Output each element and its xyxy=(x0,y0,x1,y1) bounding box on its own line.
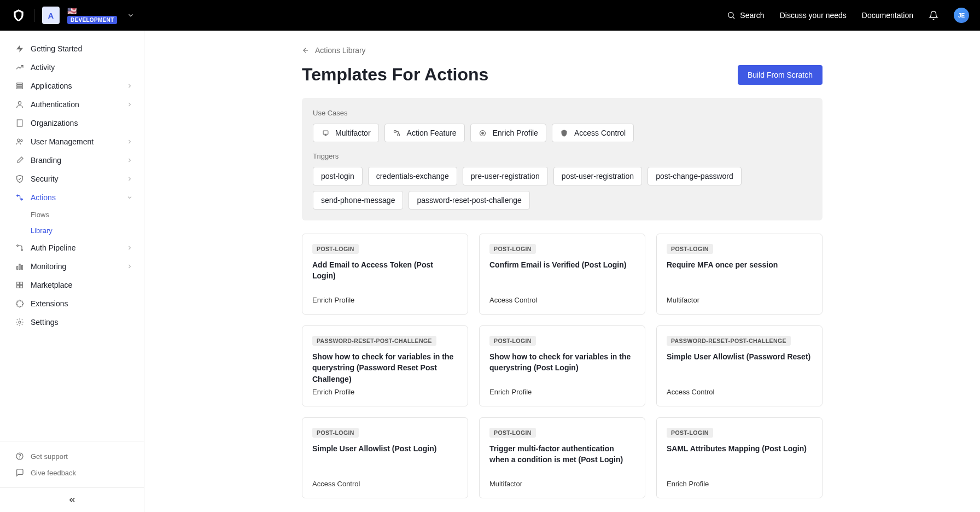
sidebar-item-label: Activity xyxy=(31,63,133,72)
trigger-chip-post-user-registration[interactable]: post-user-registration xyxy=(553,167,642,185)
sidebar-item-auth-pipeline[interactable]: Auth Pipeline xyxy=(0,238,144,257)
svg-rect-21 xyxy=(17,282,20,285)
svg-rect-29 xyxy=(323,131,328,134)
collapse-sidebar-button[interactable] xyxy=(68,496,77,504)
chip-label: password-reset-post-challenge xyxy=(417,196,521,205)
card-usecase: Multifactor xyxy=(667,296,812,304)
shield-check-icon xyxy=(15,174,24,183)
back-link-label: Actions Library xyxy=(315,46,366,55)
user-circle-icon xyxy=(15,100,24,109)
sidebar-item-label: Applications xyxy=(31,82,120,90)
notifications-icon[interactable] xyxy=(929,10,938,20)
build-from-scratch-button[interactable]: Build From Scratch xyxy=(738,65,822,85)
sidebar-item-label: User Management xyxy=(31,137,120,146)
sidebar-subitem-library[interactable]: Library xyxy=(0,223,144,238)
template-card[interactable]: POST-LOGIN Simple User Allowlist (Post L… xyxy=(302,417,468,498)
sidebar-item-organizations[interactable]: Organizations xyxy=(0,114,144,132)
trigger-chip-send-phone-message[interactable]: send-phone-message xyxy=(313,191,403,210)
search-button[interactable]: Search xyxy=(727,11,764,20)
usecase-icon xyxy=(560,129,569,137)
template-card[interactable]: POST-LOGIN Show how to check for variabl… xyxy=(479,325,645,406)
sidebar-item-label: Settings xyxy=(31,318,133,327)
sidebar-item-actions[interactable]: Actions xyxy=(0,188,144,207)
chevron-right-icon xyxy=(126,157,133,164)
template-card[interactable]: POST-LOGIN SAML Attributes Mapping (Post… xyxy=(656,417,822,498)
template-card[interactable]: PASSWORD-RESET-POST-CHALLENGE Show how t… xyxy=(302,325,468,406)
svg-marker-2 xyxy=(16,45,23,52)
svg-point-6 xyxy=(18,102,21,104)
usecase-chip-multifactor[interactable]: Multifactor xyxy=(313,124,379,142)
chip-label: credentials-exchange xyxy=(376,172,449,181)
sidebar-item-security[interactable]: Security xyxy=(0,170,144,188)
card-trigger-badge: POST-LOGIN xyxy=(312,244,359,254)
sidebar-item-branding[interactable]: Branding xyxy=(0,151,144,170)
triggers-label: Triggers xyxy=(313,152,812,160)
sidebar-item-monitoring[interactable]: Monitoring xyxy=(0,257,144,276)
puzzle-icon xyxy=(15,299,24,308)
auth0-logo[interactable] xyxy=(11,8,26,23)
sidebar-item-label: Marketplace xyxy=(31,281,133,289)
tenant-badge[interactable]: A xyxy=(42,7,60,24)
chip-label: Enrich Profile xyxy=(493,129,538,137)
help-icon xyxy=(15,452,24,461)
usecase-chip-action-feature[interactable]: Action Feature xyxy=(384,124,465,142)
sidebar-give-feedback[interactable]: Give feedback xyxy=(0,464,144,481)
trigger-chip-post-login[interactable]: post-login xyxy=(313,167,363,185)
svg-rect-23 xyxy=(17,286,20,288)
template-card[interactable]: PASSWORD-RESET-POST-CHALLENGE Simple Use… xyxy=(656,325,822,406)
card-usecase: Access Control xyxy=(667,388,812,396)
trigger-chip-pre-user-registration[interactable]: pre-user-registration xyxy=(463,167,548,185)
flow-icon xyxy=(15,193,24,202)
sidebar-item-applications[interactable]: Applications xyxy=(0,77,144,95)
chevron-right-icon xyxy=(126,138,133,145)
sidebar: Getting Started Activity Applications Au… xyxy=(0,31,144,512)
sidebar-item-getting-started[interactable]: Getting Started xyxy=(0,39,144,58)
template-card[interactable]: POST-LOGIN Require MFA once per session … xyxy=(656,234,822,315)
template-card[interactable]: POST-LOGIN Trigger multi-factor authenti… xyxy=(479,417,645,498)
sidebar-item-label: Security xyxy=(31,174,120,183)
sidebar-item-label: Extensions xyxy=(31,299,133,308)
sidebar-get-support[interactable]: Get support xyxy=(0,448,144,464)
tenant-switcher-chevron[interactable] xyxy=(125,9,137,21)
template-card[interactable]: POST-LOGIN Add Email to Access Token (Po… xyxy=(302,234,468,315)
pipeline-icon xyxy=(15,243,24,252)
trigger-chip-password-reset-post-challenge[interactable]: password-reset-post-challenge xyxy=(409,191,529,210)
sidebar-item-activity[interactable]: Activity xyxy=(0,58,144,77)
sidebar-item-label: Getting Started xyxy=(31,44,133,53)
trigger-chip-credentials-exchange[interactable]: credentials-exchange xyxy=(368,167,457,185)
svg-rect-7 xyxy=(17,120,22,126)
back-link[interactable]: Actions Library xyxy=(302,46,822,55)
env-selector[interactable]: 🇺🇸 DEVELOPMENT xyxy=(67,7,117,24)
divider xyxy=(34,9,34,22)
card-trigger-badge: POST-LOGIN xyxy=(312,428,359,438)
usecase-chip-access-control[interactable]: Access Control xyxy=(552,124,634,142)
stack-icon xyxy=(15,82,24,90)
sidebar-item-authentication[interactable]: Authentication xyxy=(0,95,144,114)
sidebar-item-label: Branding xyxy=(31,156,120,165)
discuss-link[interactable]: Discuss your needs xyxy=(780,11,847,20)
card-usecase: Enrich Profile xyxy=(667,480,812,488)
card-title: Show how to check for variables in the q… xyxy=(489,351,635,374)
chip-label: post-user-registration xyxy=(562,172,634,181)
card-usecase: Access Control xyxy=(489,296,635,304)
sidebar-subitem-flows[interactable]: Flows xyxy=(0,207,144,223)
chip-label: pre-user-registration xyxy=(471,172,540,181)
search-label: Search xyxy=(740,11,764,20)
sidebar-item-user-management[interactable]: User Management xyxy=(0,132,144,151)
card-trigger-badge: PASSWORD-RESET-POST-CHALLENGE xyxy=(312,336,436,346)
sidebar-item-settings[interactable]: Settings xyxy=(0,313,144,331)
chip-label: send-phone-message xyxy=(321,196,395,205)
documentation-link[interactable]: Documentation xyxy=(862,11,913,20)
card-title: Simple User Allowlist (Password Reset) xyxy=(667,351,812,362)
card-trigger-badge: POST-LOGIN xyxy=(489,428,536,438)
avatar[interactable]: JE xyxy=(954,8,969,23)
card-title: Simple User Allowlist (Post Login) xyxy=(312,443,458,454)
sidebar-item-marketplace[interactable]: Marketplace xyxy=(0,276,144,294)
sidebar-item-extensions[interactable]: Extensions xyxy=(0,294,144,313)
trigger-chip-post-change-password[interactable]: post-change-password xyxy=(648,167,742,185)
usecase-chip-enrich-profile[interactable]: Enrich Profile xyxy=(470,124,546,142)
template-card[interactable]: POST-LOGIN Confirm Email is Verified (Po… xyxy=(479,234,645,315)
svg-rect-19 xyxy=(19,264,20,269)
sidebar-item-label: Monitoring xyxy=(31,262,120,271)
chip-label: post-login xyxy=(321,172,354,181)
